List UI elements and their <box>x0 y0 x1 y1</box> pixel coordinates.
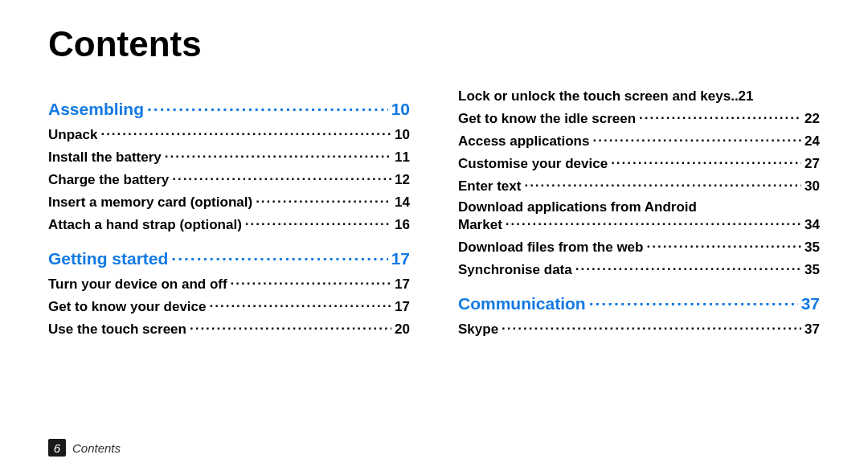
footer: 6 Contents <box>48 439 121 457</box>
toc-item-label: Attach a hand strap (optional) <box>48 217 242 233</box>
leader-dots <box>646 238 801 252</box>
toc-item-label: Skype <box>458 322 498 338</box>
toc-item-page: 35 <box>805 262 820 278</box>
toc-item[interactable]: Synchronise data35 <box>458 260 820 278</box>
toc-item[interactable]: Get to know your device17 <box>48 297 410 315</box>
section-heading[interactable]: Assembling10 <box>48 98 410 119</box>
section-page: 17 <box>391 249 410 268</box>
toc-item-page: 14 <box>395 195 410 211</box>
leader-dots <box>210 297 392 311</box>
toc-item-page: 10 <box>395 127 410 143</box>
leader-dots <box>589 293 798 309</box>
toc-item-page: 34 <box>805 217 820 233</box>
toc-item[interactable]: Download files from the web35 <box>458 238 820 256</box>
toc-item-label: Get to know the idle screen <box>458 111 636 127</box>
leader-dots <box>639 109 801 123</box>
toc-item-label: Use the touch screen <box>48 322 186 338</box>
toc-item-label: Insert a memory card (optional) <box>48 195 252 211</box>
toc-item-label-cont: Market <box>458 217 502 233</box>
toc-item[interactable]: Enter text30 <box>458 177 820 195</box>
toc-item-page: 12 <box>395 172 410 188</box>
toc-item[interactable]: Unpack10 <box>48 125 410 143</box>
toc-item-label: Unpack <box>48 127 97 143</box>
toc-item-page: 24 <box>805 133 820 149</box>
toc-item-label: Access applications <box>458 133 589 149</box>
toc-item[interactable]: Get to know the idle screen22 <box>458 109 820 127</box>
section-page: 37 <box>801 294 820 313</box>
columns: Assembling10Unpack10Install the battery1… <box>48 84 820 342</box>
toc-item-page: 17 <box>395 276 410 293</box>
toc-item-page: 16 <box>395 217 410 233</box>
leader-dots <box>147 98 388 115</box>
column-right: Lock or unlock the touch screen and keys… <box>458 84 820 342</box>
toc-item-label: Lock or unlock the touch screen and keys <box>458 88 731 104</box>
leader-dots <box>172 170 391 184</box>
toc-item-page: 27 <box>805 156 820 172</box>
page-container: Contents Assembling10Unpack10Install the… <box>0 0 868 471</box>
toc-item-page: 37 <box>805 322 820 338</box>
toc-item-label: Download files from the web <box>458 240 643 256</box>
leader-dots <box>256 193 391 207</box>
toc-item[interactable]: Insert a memory card (optional)14 <box>48 193 410 211</box>
toc-item-label: Customise your device <box>458 156 608 172</box>
toc-item-label: Synchronise data <box>458 262 572 278</box>
page-title: Contents <box>48 24 820 64</box>
leader-dots <box>502 320 801 334</box>
toc-item-label: Enter text <box>458 178 521 195</box>
leader-dots <box>524 177 801 190</box>
toc-item-label: Install the battery <box>48 149 162 166</box>
section-title: Getting started <box>48 249 168 268</box>
section-heading[interactable]: Getting started17 <box>48 248 410 268</box>
toc-item-page: 30 <box>805 178 820 195</box>
toc-item-page: 21 <box>739 88 754 104</box>
toc-item-page: 22 <box>805 111 820 127</box>
section-title: Communication <box>458 294 586 313</box>
leader-dots <box>506 215 801 229</box>
footer-section-label: Contents <box>72 441 121 455</box>
leader-dots <box>245 215 391 229</box>
toc-item-label: Download applications from Android <box>458 199 820 215</box>
leader-dots <box>171 248 387 264</box>
column-left: Assembling10Unpack10Install the battery1… <box>48 84 410 342</box>
leader-dots <box>611 154 801 168</box>
toc-item-page: 11 <box>395 149 410 166</box>
leader-dots <box>165 148 391 162</box>
toc-item-label: Get to know your device <box>48 299 207 315</box>
leader-dots <box>592 132 801 145</box>
toc-item[interactable]: Charge the battery12 <box>48 170 410 188</box>
toc-item-label: Charge the battery <box>48 172 169 188</box>
leader-dots <box>231 275 391 289</box>
section-page: 10 <box>391 100 410 119</box>
leader-dots <box>575 260 801 274</box>
toc-item[interactable]: Download applications from AndroidMarket… <box>458 199 820 233</box>
section-heading[interactable]: Communication37 <box>458 293 820 313</box>
toc-item[interactable]: Customise your device27 <box>458 154 820 172</box>
section-title: Assembling <box>48 100 144 119</box>
toc-item[interactable]: Install the battery11 <box>48 148 410 166</box>
toc-item[interactable]: Use the touch screen20 <box>48 320 410 338</box>
toc-item-page: 35 <box>805 240 820 256</box>
toc-item-page: 17 <box>395 299 410 315</box>
toc-item[interactable]: Lock or unlock the touch screen and keys… <box>458 88 820 104</box>
toc-item-page: 20 <box>395 322 410 338</box>
toc-item-label: Turn your device on and off <box>48 276 227 293</box>
leader-dots <box>100 125 391 139</box>
leader-dots: .. <box>731 88 738 104</box>
toc-item[interactable]: Attach a hand strap (optional)16 <box>48 215 410 233</box>
toc-item[interactable]: Access applications24 <box>458 132 820 149</box>
footer-page-number: 6 <box>48 439 66 457</box>
toc-item[interactable]: Skype37 <box>458 320 820 338</box>
leader-dots <box>190 320 391 334</box>
toc-item[interactable]: Turn your device on and off17 <box>48 275 410 293</box>
